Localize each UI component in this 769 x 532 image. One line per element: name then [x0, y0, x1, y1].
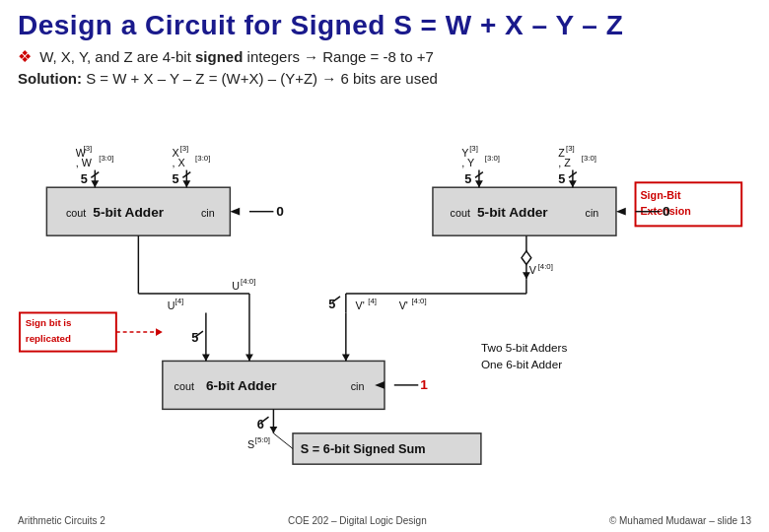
cin3-value: 1: [420, 377, 428, 392]
cin1-value: 0: [276, 204, 284, 219]
sum-label: S = 6-bit Signed Sum: [301, 441, 426, 456]
solution-line: Solution: S = W + X – Y – Z = (W+X) – (Y…: [18, 70, 751, 87]
footer-center: COE 202 – Digital Logic Design: [288, 515, 427, 526]
slide: Design a Circuit for Signed S = W + X – …: [0, 0, 769, 532]
u40-label: U: [232, 280, 240, 292]
sign-ext-label1: Sign-Bit: [640, 189, 681, 201]
x-subscript2: [3:0]: [195, 154, 210, 163]
cin2-arrow: [616, 208, 626, 216]
sign-bit-arrowhead: [156, 328, 163, 336]
diamond: [522, 251, 531, 265]
vp40-subscript: [4:0]: [411, 297, 426, 305]
footer-right: © Muhamed Mudawar – slide 13: [609, 515, 751, 526]
s-to-box: [273, 433, 293, 449]
adder1-cin-label: cin: [201, 207, 215, 219]
x-subscript1: [3]: [179, 144, 188, 153]
z-arrow-head: [569, 180, 577, 187]
v40-label: V: [529, 264, 537, 276]
u4-arrow: [202, 355, 210, 362]
z-subscript2: [3:0]: [582, 154, 596, 163]
bullet-text: W, X, Y, and Z are 4-bit signed integers…: [39, 48, 434, 65]
w-subscript2: [3:0]: [99, 154, 113, 163]
adder2-cin-label: cin: [586, 207, 599, 219]
w-arrow-head: [91, 180, 99, 187]
circuit-svg: cout 5-bit Adder cin cout 5-bit Adder ci…: [18, 97, 751, 481]
sign-bit-label2: replicated: [26, 333, 71, 344]
z-5-label: 5: [558, 171, 565, 186]
vp4-subscript: [4]: [368, 297, 377, 305]
s-out-arrow: [270, 427, 278, 433]
cin1-arrow: [230, 208, 240, 216]
x-label2: , X: [173, 157, 185, 168]
w-subscript1: [3]: [84, 144, 93, 153]
vp4-5-label: 5: [328, 297, 335, 311]
x-5-label: 5: [173, 171, 179, 186]
footer-left: Arithmetic Circuits 2: [18, 515, 105, 526]
y-arrow-head: [475, 180, 483, 187]
z-subscript1: [3]: [566, 144, 575, 153]
s50-label: S: [247, 438, 254, 450]
solution-equation: S = W + X – Y – Z = (W+X) – (Y+Z) → 6 bi…: [86, 70, 438, 87]
z-label2: , Z: [558, 157, 571, 168]
y-subscript2: [3:0]: [485, 154, 500, 163]
vp40-label: V': [399, 299, 408, 311]
adder2-cout-label: cout: [451, 207, 470, 219]
solution-label: Solution:: [18, 70, 86, 87]
y-5-label: 5: [464, 171, 471, 186]
y-label2: , Y: [461, 157, 474, 168]
vp4-arrow: [342, 355, 350, 362]
footer: Arithmetic Circuits 2 COE 202 – Digital …: [0, 515, 769, 526]
s-6-label: 6: [257, 417, 264, 432]
adder1-cout-label: cout: [66, 207, 86, 219]
adder2-label: 5-bit Adder: [477, 205, 548, 220]
vp4-label: V': [356, 299, 365, 311]
u4-label: U: [168, 299, 175, 311]
v40-subscript: [4:0]: [538, 262, 553, 271]
w-label2: , W: [76, 157, 93, 168]
x-arrow-head: [182, 180, 190, 187]
adder3-label: 6-bit Adder: [206, 378, 277, 393]
adder3-cout-label: cout: [175, 380, 194, 392]
adder3-cin-label: cin: [351, 380, 365, 392]
cin2-value: 0: [663, 204, 670, 219]
two-adders-label: Two 5-bit Adders: [481, 341, 568, 354]
slide-title: Design a Circuit for Signed S = W + X – …: [18, 10, 751, 41]
u40-arrow: [245, 355, 253, 362]
y-subscript1: [3]: [469, 144, 478, 153]
s50-subscript: [5:0]: [255, 435, 270, 444]
one-adder-label: One 6-bit Adder: [481, 358, 562, 370]
bullet-line: ❖ W, X, Y, and Z are 4-bit signed intege…: [18, 47, 751, 66]
circuit-area: cout 5-bit Adder cin cout 5-bit Adder ci…: [18, 97, 751, 481]
u4-subscript: [4]: [175, 297, 184, 305]
adder1-label: 5-bit Adder: [93, 205, 164, 220]
sign-bit-label1: Sign bit is: [26, 317, 72, 328]
w-5-label: 5: [81, 171, 88, 186]
u40-subscript: [4:0]: [241, 277, 255, 286]
u4-5-label: 5: [191, 330, 198, 345]
